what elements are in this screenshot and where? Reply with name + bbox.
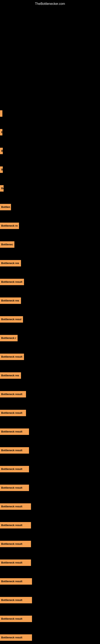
bars-container: BBoBoBotBottlenBottleneck reBottlenecBot… [0,7,100,644]
bottleneck-result-bar: Bottleneck re [0,222,19,229]
bar-row: Bottleneck result [0,422,100,441]
bar-row: Bottleneck result [0,591,100,609]
bottleneck-result-bar: Bottleneck result [0,354,24,360]
bottleneck-result-bar: Bottleneck result [0,410,26,416]
bar-row: B [0,123,100,141]
bottleneck-result-bar: Bottleneck result [0,447,29,454]
bottleneck-result-bar: Bottleneck result [0,597,32,603]
bottleneck-result-bar: Bottleneck res [0,260,21,266]
bar-row: Bot [0,179,100,198]
bar-row: Bottleneck result [0,516,100,534]
bar-row: Bottleneck result [0,610,100,628]
bar-row: Bottlenec [0,235,100,254]
bottleneck-result-bar: Bottleneck result [0,279,24,285]
bar-row: Bottleneck result [0,404,100,422]
bar-row: Bottleneck result [0,554,100,572]
bar-row [0,67,100,85]
bar-row: Bottleneck result [0,273,100,291]
bottleneck-result-bar: Bottleneck result [0,466,29,472]
bottleneck-result-bar: Bottleneck result [0,634,32,641]
bottleneck-result-bar: Bottleneck result [0,391,26,398]
bottleneck-result-bar: Bottleneck res [0,298,21,304]
bar-row: Bottleneck res [0,254,100,272]
bottleneck-result-bar: Bottleneck result [0,503,31,510]
bottleneck-result-bar: Bottleneck r [0,335,18,341]
bottleneck-result-bar: Bottleneck result [0,428,29,435]
bar-row: Bottleneck result [0,441,100,460]
bottleneck-result-bar [0,110,2,117]
bar-row: Bottleneck r [0,329,100,347]
bottleneck-result-bar: Bottleneck result [0,616,32,622]
bar-row: Bottleneck result [0,628,100,644]
site-title: TheBottlenecker.com [0,0,100,7]
bar-row [0,11,100,29]
bar-row: Bottleneck res [0,292,100,310]
bottleneck-result-bar: Bo [0,148,3,154]
bar-row: Bottleneck result [0,497,100,516]
bottleneck-result-bar: Bottleneck result [0,522,31,528]
bottleneck-result-bar: Bottleneck result [0,484,29,491]
bottleneck-result-bar: Bot [0,185,3,192]
bar-row [0,48,100,66]
bottleneck-result-bar: Bo [0,166,3,173]
bottleneck-result-bar: Bottleneck result [0,578,32,585]
bottleneck-result-bar: B [0,129,2,136]
bottleneck-result-bar: Bottleneck result [0,541,31,547]
bar-row: Bottleneck result [0,385,100,403]
bar-row: Bottleneck result [0,535,100,553]
bar-row: Bottleneck result [0,348,100,366]
bar-row: Bottleneck resul [0,310,100,328]
bar-row [0,86,100,104]
bar-row: Bo [0,160,100,179]
bar-row: Bottleneck result [0,478,100,497]
bar-row: Bo [0,142,100,160]
bar-row: Bottleneck re [0,216,100,235]
bar-row [0,30,100,48]
bar-row: Bottleneck res [0,366,100,384]
bottleneck-result-bar: Bottlen [0,204,11,210]
bottleneck-result-bar: Bottleneck resul [0,316,23,322]
bar-row: Bottlen [0,198,100,216]
bottleneck-result-bar: Bottleneck result [0,560,31,566]
bar-row: Bottleneck result [0,460,100,478]
bar-row [0,104,100,122]
bottleneck-result-bar: Bottlenec [0,241,14,248]
bottleneck-result-bar: Bottleneck res [0,372,21,379]
bar-row: Bottleneck result [0,572,100,590]
